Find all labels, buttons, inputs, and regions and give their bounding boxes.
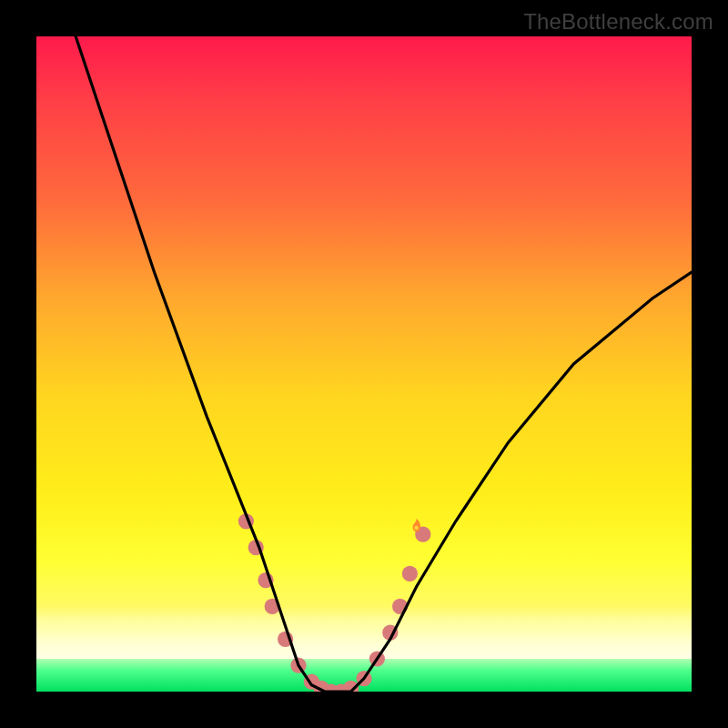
flame-icon [413,519,421,531]
flame-core [414,526,418,530]
chart-svg [36,36,692,692]
bottleneck-curve [76,36,692,692]
plot-area [36,36,692,692]
flame-marker [413,519,421,531]
watermark-text: TheBottleneck.com [523,9,713,35]
marker-dot [402,566,418,581]
chart-stage: TheBottleneck.com [0,0,728,728]
marker-dots-group [238,513,431,692]
